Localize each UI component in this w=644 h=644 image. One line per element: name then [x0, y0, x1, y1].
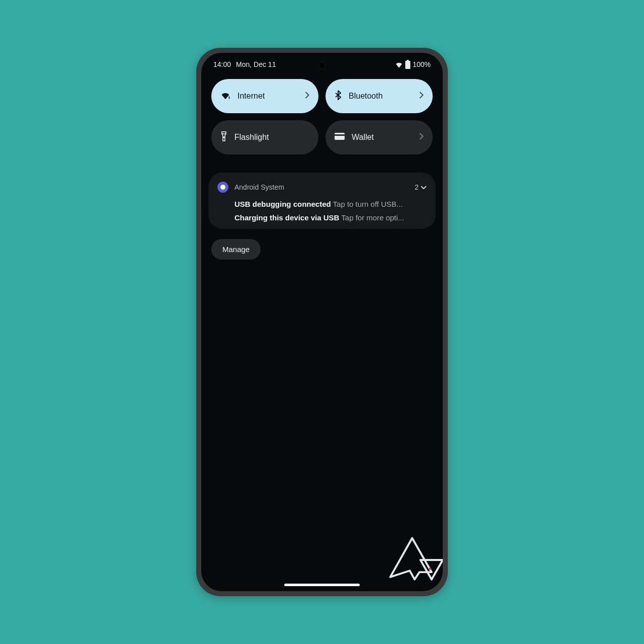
android-system-icon [217, 182, 228, 193]
notification-expand[interactable]: 2 [415, 183, 427, 191]
svg-point-7 [220, 185, 225, 190]
notification-body: Tap to turn off USB... [333, 200, 403, 208]
front-camera [318, 62, 326, 69]
chevron-right-icon [419, 92, 424, 101]
svg-rect-3 [222, 132, 226, 134]
qs-tile-label: Flashlight [234, 133, 309, 142]
chevron-right-icon [305, 92, 309, 101]
notification-app-name: Android System [234, 183, 284, 191]
status-date: Mon, Dec 11 [236, 60, 276, 68]
svg-point-8 [429, 568, 431, 570]
svg-rect-1 [407, 60, 409, 61]
manage-button[interactable]: Manage [211, 239, 261, 260]
svg-rect-5 [335, 133, 345, 140]
chevron-down-icon [421, 183, 427, 191]
qs-tile-label: Wallet [352, 133, 412, 142]
wifi-icon [395, 61, 403, 68]
bluetooth-icon [335, 90, 342, 102]
screen: 14:00 Mon, Dec 11 100% Internet [201, 53, 443, 591]
qs-tile-label: Internet [237, 92, 298, 101]
qs-tile-flashlight[interactable]: Flashlight [211, 120, 318, 154]
wallet-icon [335, 132, 345, 142]
notification-item[interactable]: Charging this device via USB Tap for mor… [217, 213, 427, 222]
chevron-right-icon [419, 133, 424, 142]
notification-title: Charging this device via USB [234, 213, 339, 222]
qs-tile-internet[interactable]: Internet [211, 79, 318, 113]
svg-rect-6 [335, 134, 345, 136]
wifi-icon [220, 91, 230, 102]
notification-actions: Manage [201, 229, 443, 270]
status-time: 14:00 [213, 60, 231, 68]
qs-tile-label: Bluetooth [349, 92, 412, 101]
flashlight-icon [220, 131, 227, 143]
watermark-logo [385, 531, 443, 589]
battery-percent: 100% [413, 60, 431, 68]
svg-rect-0 [406, 61, 411, 69]
notification-card[interactable]: Android System 2 USB debugging connected… [208, 173, 436, 229]
qs-tile-bluetooth[interactable]: Bluetooth [326, 79, 433, 113]
quick-settings: Internet Bluetooth Flashlight [201, 73, 443, 164]
notification-title: USB debugging connected [234, 200, 331, 208]
svg-rect-2 [229, 97, 230, 99]
qs-tile-wallet[interactable]: Wallet [326, 120, 433, 154]
notification-item[interactable]: USB debugging connected Tap to turn off … [217, 200, 427, 208]
battery-icon [405, 60, 411, 69]
gesture-nav-bar[interactable] [284, 584, 360, 586]
phone-frame: 14:00 Mon, Dec 11 100% Internet [196, 48, 448, 596]
notification-header: Android System 2 [217, 182, 427, 193]
notification-count: 2 [415, 183, 419, 191]
notification-body: Tap for more opti... [341, 213, 404, 222]
manage-button-label: Manage [222, 245, 250, 254]
svg-point-4 [223, 137, 224, 138]
